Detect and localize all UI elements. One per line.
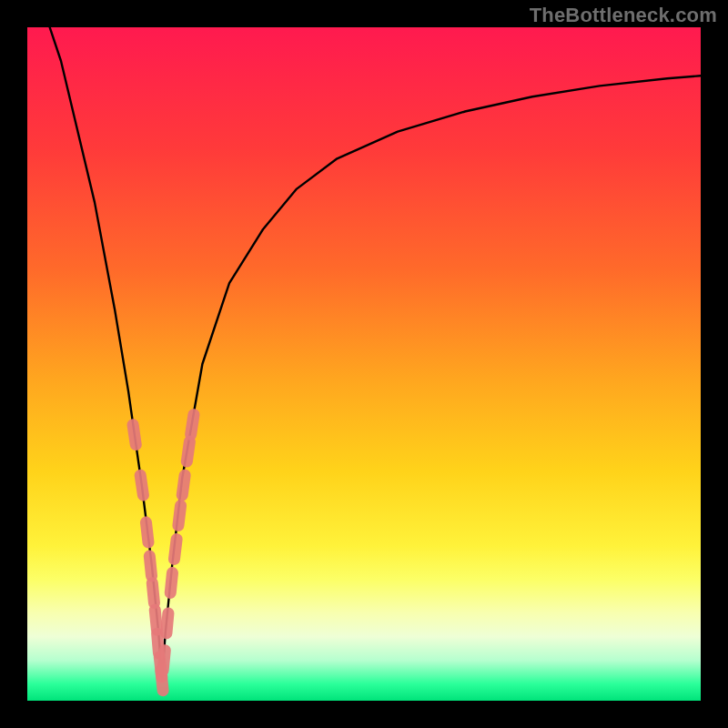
svg-line-14 [178,506,181,526]
svg-line-3 [146,522,148,542]
svg-line-16 [187,441,189,461]
svg-line-12 [170,573,172,593]
chart-frame: TheBottleneck.com [0,0,728,728]
svg-line-5 [152,583,154,603]
bottleneck-curve [27,27,701,701]
svg-line-11 [167,613,168,633]
svg-line-17 [191,415,194,435]
svg-line-2 [140,475,143,495]
plot-area [27,27,701,701]
watermark-text: TheBottleneck.com [530,4,717,27]
svg-line-13 [174,540,177,560]
svg-line-10 [163,651,165,671]
svg-line-1 [133,425,136,445]
svg-line-7 [157,633,159,653]
svg-line-6 [155,610,157,630]
svg-line-15 [182,475,185,495]
svg-line-4 [149,556,151,576]
